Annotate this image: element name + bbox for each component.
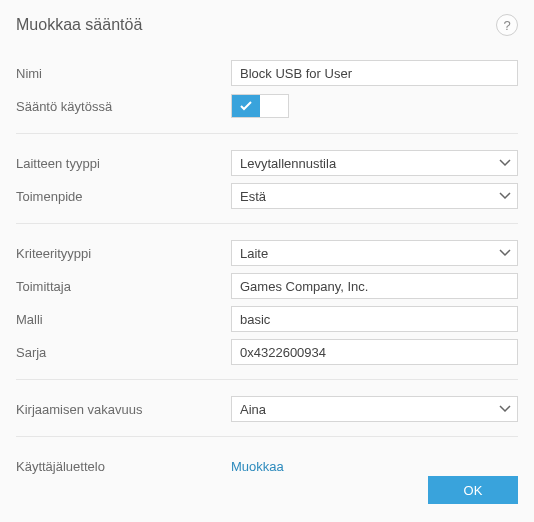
label-device-type: Laitteen tyyppi — [16, 156, 231, 171]
dialog-title: Muokkaa sääntöä — [16, 16, 142, 34]
label-action: Toimenpide — [16, 189, 231, 204]
row-logging-severity: Kirjaamisen vakavuus Aina — [16, 394, 518, 424]
logging-severity-select[interactable]: Aina — [231, 396, 518, 422]
action-select[interactable]: Estä — [231, 183, 518, 209]
divider — [16, 379, 518, 380]
divider — [16, 133, 518, 134]
row-action: Toimenpide Estä — [16, 181, 518, 211]
label-serial: Sarja — [16, 345, 231, 360]
name-input[interactable] — [231, 60, 518, 86]
label-enabled: Sääntö käytössä — [16, 99, 231, 114]
device-type-value: Levytallennustila — [240, 156, 336, 171]
label-name: Nimi — [16, 66, 231, 81]
check-icon — [240, 101, 252, 111]
row-criteria-type: Kriteerityyppi Laite — [16, 238, 518, 268]
criteria-type-select[interactable]: Laite — [231, 240, 518, 266]
divider — [16, 223, 518, 224]
edit-user-list-link[interactable]: Muokkaa — [231, 459, 284, 474]
chevron-down-icon — [499, 192, 511, 200]
dialog-header: Muokkaa sääntöä ? — [16, 14, 518, 36]
enabled-toggle[interactable] — [231, 94, 289, 118]
row-vendor: Toimittaja — [16, 271, 518, 301]
label-vendor: Toimittaja — [16, 279, 231, 294]
help-button[interactable]: ? — [496, 14, 518, 36]
help-icon: ? — [503, 18, 510, 33]
device-type-select[interactable]: Levytallennustila — [231, 150, 518, 176]
serial-input[interactable] — [231, 339, 518, 365]
model-input[interactable] — [231, 306, 518, 332]
chevron-down-icon — [499, 159, 511, 167]
action-value: Estä — [240, 189, 266, 204]
row-serial: Sarja — [16, 337, 518, 367]
criteria-type-value: Laite — [240, 246, 268, 261]
ok-button[interactable]: OK — [428, 476, 518, 504]
dialog-footer: OK — [428, 476, 518, 504]
toggle-on-side — [232, 95, 260, 117]
form: Nimi Sääntö käytössä Laitteen t — [16, 58, 518, 481]
chevron-down-icon — [499, 249, 511, 257]
toggle-off-side — [260, 95, 288, 117]
row-model: Malli — [16, 304, 518, 334]
edit-rule-dialog: Muokkaa sääntöä ? Nimi Sääntö käytössä — [0, 0, 534, 522]
label-criteria-type: Kriteerityyppi — [16, 246, 231, 261]
row-device-type: Laitteen tyyppi Levytallennustila — [16, 148, 518, 178]
divider — [16, 436, 518, 437]
row-enabled: Sääntö käytössä — [16, 91, 518, 121]
label-user-list: Käyttäjäluettelo — [16, 459, 231, 474]
chevron-down-icon — [499, 405, 511, 413]
logging-severity-value: Aina — [240, 402, 266, 417]
row-name: Nimi — [16, 58, 518, 88]
label-model: Malli — [16, 312, 231, 327]
label-logging-severity: Kirjaamisen vakavuus — [16, 402, 231, 417]
vendor-input[interactable] — [231, 273, 518, 299]
